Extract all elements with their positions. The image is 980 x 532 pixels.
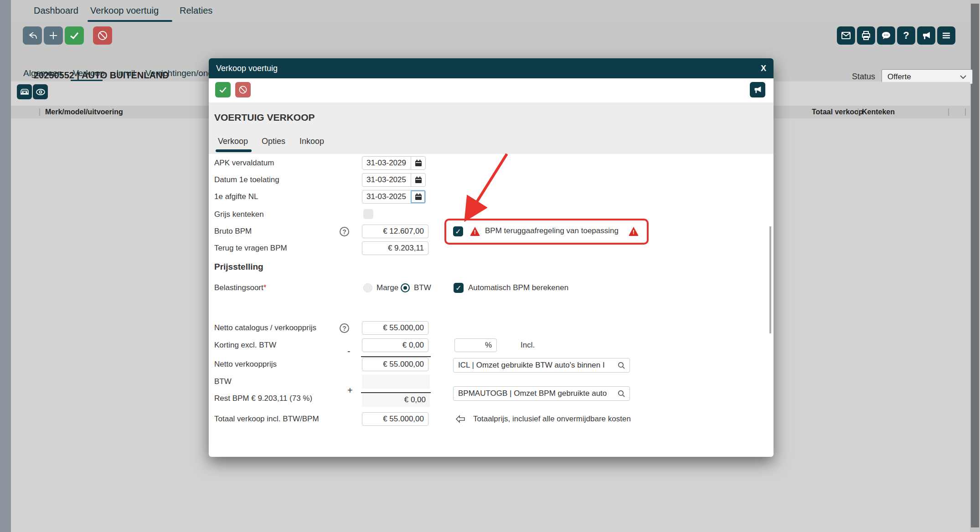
bpm-regeling-highlight-box: ✓ ! BPM teruggaafregeling van toepassing…: [444, 219, 649, 245]
totaal-verkoop-input[interactable]: € 55.000,00: [362, 412, 428, 426]
chat-button[interactable]: [877, 26, 895, 45]
column-divider[interactable]: [39, 108, 40, 116]
add-button[interactable]: [44, 26, 63, 45]
tab-algemeen[interactable]: Algemeen: [23, 68, 62, 78]
prijsstelling-heading: Prijsstelling: [214, 262, 263, 272]
email-button[interactable]: [837, 26, 855, 45]
netto-verkoopprijs-input[interactable]: € 55.000,00: [362, 358, 428, 371]
belastingsoort-label: Belastingsoort*: [214, 281, 266, 295]
btw-radio[interactable]: [401, 283, 410, 292]
calendar-icon[interactable]: [411, 157, 425, 169]
percent-suffix: %: [485, 341, 492, 350]
section-title: VOERTUIG VERKOOP: [214, 112, 315, 123]
check-glyph: ✓: [455, 227, 461, 236]
tab-verrichtingen[interactable]: Verrichtingen/ond: [145, 68, 213, 78]
bruto-bpm-input[interactable]: € 12.607,00: [362, 225, 428, 238]
help-button[interactable]: ?: [897, 26, 915, 45]
dialog-tab-verkoop[interactable]: Verkoop: [218, 137, 248, 146]
dialog-toolbar: [209, 78, 774, 102]
auto-bpm-label[interactable]: Automatisch BPM berekenen: [468, 283, 568, 293]
check-glyph: ✓: [455, 284, 461, 292]
announcements-button[interactable]: [917, 26, 935, 45]
btw-ledger-value: ICL | Omzet gebruikte BTW auto's binnen …: [458, 361, 605, 370]
dialog-tab-opties[interactable]: Opties: [262, 137, 285, 146]
nav-item-dashboard[interactable]: Dashboard: [34, 5, 78, 16]
dialog-save-button[interactable]: [215, 82, 231, 97]
warning-icon: !: [629, 227, 639, 236]
bpm-regeling-checkbox[interactable]: ✓: [453, 226, 463, 236]
tab-inruil[interactable]: Inruil: [116, 68, 135, 78]
undo-button[interactable]: [23, 26, 42, 45]
afgifte-date-value: 31-03-2025: [366, 192, 406, 201]
bpm-ledger-combo[interactable]: BPMAUTOGB | Omzet BPM gebruikte auto: [453, 386, 630, 401]
help-icon[interactable]: ?: [340, 323, 349, 333]
btw-ledger-combo[interactable]: ICL | Omzet gebruikte BTW auto's binnen …: [453, 358, 630, 373]
marge-label[interactable]: Marge: [377, 283, 398, 293]
toelating-label: Datum 1e toelating: [214, 173, 279, 187]
search-icon[interactable]: [617, 361, 626, 370]
dialog-header[interactable]: Verkoop voertuig X: [209, 58, 774, 78]
afgifte-date-input[interactable]: 31-03-2025: [362, 190, 426, 204]
marge-radio[interactable]: [363, 283, 372, 292]
netto-catalogus-input[interactable]: € 55.000,00: [362, 321, 428, 335]
envelope-icon: [841, 30, 851, 41]
calendar-icon[interactable]: [411, 190, 425, 203]
totaal-note: Totaalprijs, inclusief alle onvermijdbar…: [473, 412, 631, 426]
help-icon[interactable]: ?: [340, 227, 349, 236]
nav-item-relaties[interactable]: Relaties: [180, 5, 212, 16]
btw-label[interactable]: BTW: [414, 283, 431, 293]
terug-bpm-label: Terug te vragen BPM: [214, 241, 287, 255]
top-nav: Dashboard Verkoop voertuig Relaties: [11, 0, 970, 22]
view-button[interactable]: [33, 84, 48, 99]
bpm-ledger-value: BPMAUTOGB | Omzet BPM gebruikte auto: [458, 389, 607, 398]
auto-bpm-checkbox[interactable]: ✓: [454, 283, 464, 293]
tab-verkoop[interactable]: Verkoop: [73, 68, 105, 78]
terug-bpm-input[interactable]: € 9.203,11: [362, 241, 428, 255]
btw-row-label: BTW: [214, 375, 232, 389]
toelating-date-value: 31-03-2025: [366, 175, 406, 184]
search-icon[interactable]: [617, 389, 626, 398]
menu-button[interactable]: [937, 26, 955, 45]
bruto-bpm-label: Bruto BPM: [214, 225, 252, 238]
dialog-tab-underline: [216, 149, 252, 152]
netto-catalogus-value: € 55.000,00: [383, 323, 424, 332]
nav-item-verkoop-voertuig[interactable]: Verkoop voertuig: [90, 5, 159, 16]
dialog-announce-button[interactable]: [750, 82, 765, 97]
undo-icon: [27, 30, 38, 41]
dialog-scrollbar-thumb[interactable]: [769, 226, 771, 333]
column-divider[interactable]: [965, 108, 966, 116]
dialog-cancel-button[interactable]: [235, 82, 251, 97]
grijs-kenteken-checkbox[interactable]: [363, 209, 373, 219]
close-button[interactable]: X: [761, 64, 766, 73]
column-merk-model[interactable]: Merk/model/uitvoering: [45, 108, 123, 116]
korting-input[interactable]: € 0,00: [362, 338, 428, 352]
korting-value: € 0,00: [402, 341, 424, 350]
vehicle-button[interactable]: [17, 84, 32, 99]
rest-bpm-field: € 0,00: [362, 393, 430, 407]
apk-date-input[interactable]: 31-03-2029: [362, 156, 426, 170]
dialog-tab-inkoop[interactable]: Inkoop: [299, 137, 324, 146]
toelating-date-input[interactable]: 31-03-2025: [362, 173, 426, 187]
column-totaal-verkoop[interactable]: Totaal verkoop: [812, 108, 863, 116]
netto-verkoopprijs-value: € 55.000,00: [383, 360, 424, 369]
column-kenteken[interactable]: Kenteken: [862, 108, 895, 116]
apk-label: APK vervaldatum: [214, 156, 274, 170]
korting-percent-input[interactable]: %: [454, 338, 497, 352]
column-divider[interactable]: [858, 108, 859, 116]
column-divider[interactable]: [948, 108, 949, 116]
cancel-button[interactable]: [93, 26, 112, 45]
totaal-verkoop-label: Totaal verkoop incl. BTW/BPM: [214, 412, 319, 426]
left-arrow-icon: [455, 414, 466, 424]
netto-verkoopprijs-label: Netto verkoopprijs: [214, 358, 277, 371]
calendar-icon[interactable]: [411, 174, 425, 186]
confirm-button[interactable]: [65, 26, 84, 45]
megaphone-icon: [753, 85, 763, 95]
required-asterisk: *: [263, 283, 267, 292]
print-button[interactable]: [857, 26, 875, 45]
help-glyph: ?: [342, 228, 346, 235]
record-tab-underline: [71, 80, 103, 81]
car-icon: [19, 87, 30, 97]
printer-icon: [861, 30, 872, 41]
belastingsoort-text: Belastingsoort: [214, 283, 263, 292]
bruto-bpm-value: € 12.607,00: [383, 227, 424, 236]
